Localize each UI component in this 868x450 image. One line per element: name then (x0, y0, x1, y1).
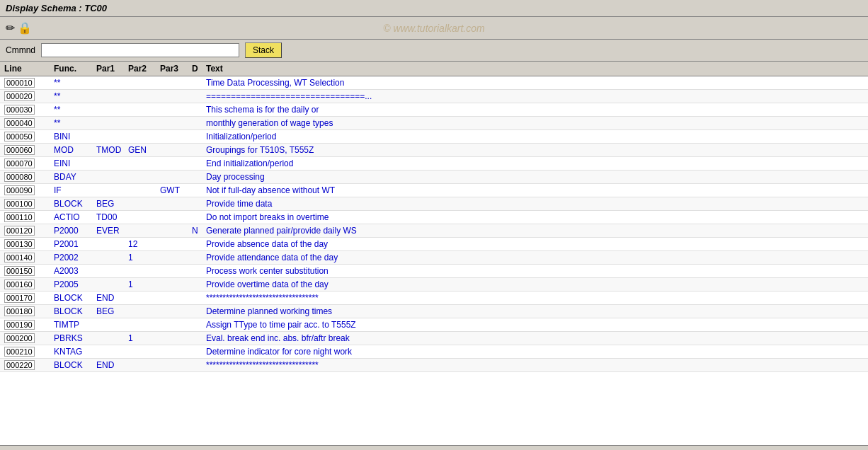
cell-text: Groupings for T510S, T555Z (205, 144, 865, 156)
cell-par2 (127, 117, 159, 129)
line-value: 000030 (4, 105, 35, 115)
cell-d (190, 279, 205, 290)
cell-line: 000190 (3, 319, 52, 330)
table-row: 000180BLOCKBEGDetermine planned working … (0, 305, 868, 318)
cell-func: P2001 (52, 238, 95, 250)
cell-par3 (159, 319, 190, 330)
cell-d (190, 117, 205, 129)
cell-text: Provide time data (205, 198, 865, 209)
cell-text: Assign TType to time pair acc. to T555Z (205, 319, 865, 330)
cell-par2 (127, 346, 159, 357)
cell-par3 (159, 104, 190, 115)
cell-par2 (127, 77, 159, 88)
scrollbar[interactable] (0, 445, 868, 450)
cell-par2 (127, 225, 159, 236)
cell-text: Generate planned pair/provide daily WS (205, 225, 865, 236)
cell-func: BINI (52, 131, 95, 142)
table-row: 000160P20051Provide overtime data of the… (0, 278, 868, 292)
cell-d (190, 198, 205, 209)
cell-par1: END (95, 292, 127, 304)
cell-par1 (95, 77, 127, 88)
table-row: 000090IFGWTNot if full-day absence witho… (0, 184, 868, 197)
stack-button[interactable]: Stack (245, 42, 282, 58)
cell-par1 (95, 319, 127, 330)
cell-text: Initialization/period (205, 131, 865, 142)
table-row: 000140P20021Provide attendance data of t… (0, 251, 868, 265)
cell-text: monthly generation of wage types (205, 117, 865, 129)
line-value: 000190 (4, 320, 35, 330)
cell-par2: 1 (127, 333, 159, 344)
cell-func: IF (52, 185, 95, 196)
line-value: 000140 (4, 253, 35, 262)
cell-par1: BEG (95, 306, 127, 317)
cell-line: 000020 (3, 91, 52, 102)
cell-line: 000180 (3, 306, 52, 317)
cell-d (190, 238, 205, 250)
cell-line: 000060 (3, 144, 52, 156)
cell-func: P2002 (52, 252, 95, 263)
cell-par3 (159, 306, 190, 317)
cell-line: 000220 (3, 359, 52, 371)
cell-par2 (127, 265, 159, 277)
cell-par2: 1 (127, 279, 159, 290)
command-input[interactable] (41, 43, 239, 57)
cell-par2 (127, 171, 159, 183)
cell-par3 (159, 292, 190, 304)
cell-text: Process work center substitution (205, 265, 865, 277)
cell-d (190, 333, 205, 344)
cell-d (190, 346, 205, 357)
cell-line: 000100 (3, 198, 52, 209)
command-label: Cmmnd (6, 45, 35, 55)
line-value: 000050 (4, 132, 35, 142)
cell-text: Provide absence data of the day (205, 238, 865, 250)
cell-func: BLOCK (52, 198, 95, 209)
cell-text: This schema is for the daily or (205, 104, 865, 115)
cell-par1 (95, 265, 127, 277)
col-par2: Par2 (127, 63, 159, 74)
cell-par1 (95, 158, 127, 169)
cell-par1 (95, 333, 127, 344)
cell-par1 (95, 185, 127, 196)
line-value: 000020 (4, 91, 35, 101)
title-text: Display Schema : TC00 (6, 3, 107, 13)
table-body: 000010**Time Data Processing, WT Selecti… (0, 76, 868, 372)
table-row: 000200PBRKS1Eval. break end inc. abs. bf… (0, 332, 868, 345)
col-func: Func. (52, 63, 95, 74)
line-value: 000180 (4, 306, 35, 316)
col-d: D (190, 63, 205, 74)
cell-text: ********************************** (205, 359, 865, 371)
cell-par3 (159, 265, 190, 277)
table-row: 000170BLOCKEND**************************… (0, 292, 868, 305)
cell-func: KNTAG (52, 346, 95, 357)
cell-func: A2003 (52, 265, 95, 277)
cell-par2 (127, 131, 159, 142)
cell-text: Do not import breaks in overtime (205, 212, 865, 223)
main-content: Line Func. Par1 Par2 Par3 D Text 000010*… (0, 62, 868, 445)
edit-icon[interactable]: ✏ (6, 21, 15, 35)
line-value: 000090 (4, 185, 35, 195)
watermark: © www.tutorialkart.com (383, 23, 484, 34)
table-row: 000130P200112Provide absence data of the… (0, 238, 868, 251)
col-line: Line (3, 63, 52, 74)
cell-text: Not if full-day absence without WT (205, 185, 865, 196)
table-row: 000220BLOCKEND**************************… (0, 359, 868, 372)
cell-par3 (159, 91, 190, 102)
line-value: 000200 (4, 333, 35, 343)
cell-func: ** (52, 77, 95, 88)
cell-d (190, 144, 205, 156)
cell-line: 000140 (3, 252, 52, 263)
cell-line: 000210 (3, 346, 52, 357)
cell-func: ACTIO (52, 212, 95, 223)
cell-d (190, 131, 205, 142)
cell-line: 000050 (3, 131, 52, 142)
cell-func: BLOCK (52, 306, 95, 317)
cell-par1: END (95, 359, 127, 371)
cell-line: 000200 (3, 333, 52, 344)
cell-par2 (127, 198, 159, 209)
cell-text: ********************************** (205, 292, 865, 304)
cell-d (190, 185, 205, 196)
cell-text: ================================... (205, 91, 865, 102)
lock-icon[interactable]: 🔒 (18, 21, 32, 35)
cell-line: 000160 (3, 279, 52, 290)
cell-par2 (127, 91, 159, 102)
